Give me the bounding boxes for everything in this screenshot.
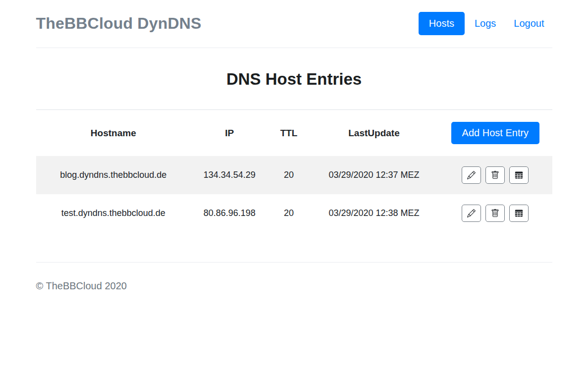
page-title: DNS Host Entries [36, 70, 552, 89]
table-icon [515, 171, 523, 179]
lastupdate-cell: 03/29/2020 12:37 MEZ [310, 156, 439, 194]
ttl-cell: 20 [268, 194, 309, 232]
column-header-ttl: TTL [268, 110, 309, 157]
table-header-row: Hostname IP TTL LastUpdate Add Host Entr… [36, 110, 552, 157]
column-header-ip: IP [191, 110, 268, 157]
delete-button[interactable] [485, 205, 505, 222]
trash-icon [491, 171, 499, 179]
ip-cell: 80.86.96.198 [191, 194, 268, 232]
column-header-actions: Add Host Entry [438, 110, 552, 157]
actions-cell [438, 194, 552, 232]
hostname-cell: test.dyndns.thebbcloud.de [36, 194, 191, 232]
nav-item-logout[interactable]: Logout [506, 14, 552, 33]
ip-cell: 134.34.54.29 [191, 156, 268, 194]
host-log-button[interactable] [509, 205, 529, 222]
actions-cell [438, 156, 552, 194]
hostname-cell: blog.dyndns.thebbcloud.de [36, 156, 191, 194]
dns-host-table: Hostname IP TTL LastUpdate Add Host Entr… [36, 109, 552, 232]
brand-title[interactable]: TheBBCloud DynDNS [36, 14, 202, 33]
table-row: test.dyndns.thebbcloud.de 80.86.96.198 2… [36, 194, 552, 232]
table-icon [515, 209, 523, 217]
nav-item-logs[interactable]: Logs [467, 14, 504, 33]
edit-button[interactable] [462, 205, 481, 222]
page: TheBBCloud DynDNS Hosts Logs Logout DNS … [0, 0, 588, 374]
navbar: TheBBCloud DynDNS Hosts Logs Logout [36, 0, 552, 48]
footer: © TheBBCloud 2020 [36, 262, 552, 312]
copyright-text: © TheBBCloud 2020 [36, 280, 127, 291]
host-log-button[interactable] [509, 166, 529, 184]
column-header-hostname: Hostname [36, 110, 191, 157]
table-row: blog.dyndns.thebbcloud.de 134.34.54.29 2… [36, 156, 552, 194]
ttl-cell: 20 [268, 156, 309, 194]
lastupdate-cell: 03/29/2020 12:38 MEZ [310, 194, 439, 232]
pencil-icon [467, 209, 476, 217]
trash-icon [491, 209, 499, 217]
column-header-lastupdate: LastUpdate [310, 110, 439, 157]
nav-menu: Hosts Logs Logout [419, 12, 552, 35]
edit-button[interactable] [462, 166, 481, 184]
delete-button[interactable] [485, 166, 505, 184]
pencil-icon [467, 171, 476, 179]
add-host-entry-button[interactable]: Add Host Entry [451, 122, 540, 144]
nav-item-hosts[interactable]: Hosts [419, 12, 465, 35]
